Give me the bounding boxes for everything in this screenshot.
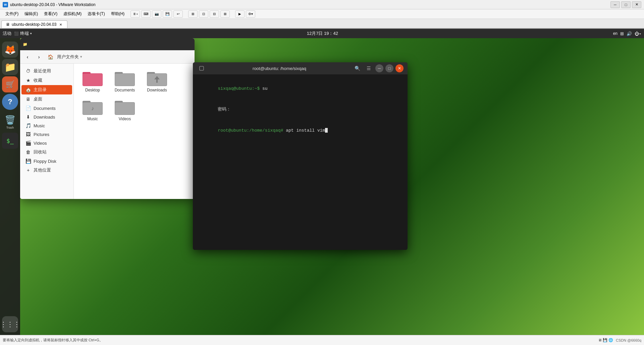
fm-sidebar-documents[interactable]: 📄 Documents [21,104,72,113]
fm-sidebar-music-label: Music [34,123,45,128]
file-manager-icon: 📁 [23,42,28,47]
fm-sidebar-other-locations[interactable]: + 其他位置 [21,165,72,175]
vmware-toolbar: ⏸▾ ⌨ 📷 💾 ↩ ⊞ ⊡ ⊟ ⊞ ▶ ⚙▾ [130,10,255,18]
datetime-display[interactable]: 12月7日 19：42 [307,31,338,36]
terminal-menu-arrow: ▾ [30,32,32,35]
vm-tab-active[interactable]: 🖥 ubuntu-desktop-20.04.03 ✕ [1,20,67,28]
other-locations-icon: + [25,167,31,173]
ubuntu-dock: 🦊 📁 🛒 ? 🗑️ Trash $_ ⋮⋮⋮ [0,38,20,335]
terminal-close-btn[interactable]: ✕ [395,64,404,72]
terminal-menu-icon: ⬛ [14,31,19,36]
svg-rect-16 [115,102,135,115]
vmware-icon: W [3,2,8,7]
terminal-search-btn[interactable]: 🔍 [353,64,362,73]
terminal-line-3: root@ubuntu:/home/sixqaq# apt install vi… [197,120,404,141]
vm-tab-label: ubuntu-desktop-20.04.03 [12,22,56,27]
vm-tabbar: 🖥 ubuntu-desktop-20.04.03 ✕ [0,19,644,29]
folder-desktop-name: Desktop [85,88,100,92]
fm-sidebar-music[interactable]: 🎵 Music [21,121,72,130]
fm-sidebar-favorites[interactable]: ★ 收藏 [21,76,72,85]
menu-file[interactable]: 文件(F) [3,10,21,18]
toolbar-enter-btn[interactable]: ▶ [235,10,245,18]
language-indicator[interactable]: en [613,31,618,36]
menu-view[interactable]: 查看(V) [41,10,60,18]
menu-tab[interactable]: 选项卡(T) [85,10,107,18]
toolbar-snapshot2-btn[interactable]: 💾 [163,10,172,18]
fm-folder-music[interactable]: ♪ Music [79,98,106,121]
svg-rect-2 [83,74,102,86]
ubuntu-activities-btn[interactable]: 活动 [3,30,11,37]
fm-folder-downloads[interactable]: Downloads [144,69,170,92]
vm-tab-icon: 🖥 [6,22,10,27]
terminal-line-2: 密码： [197,99,404,120]
vmware-titlebar: W ubuntu-desktop-20.04.03 - VMware Works… [0,0,644,9]
fm-sidebar-downloads-label: Downloads [34,115,55,120]
statusbar-brand: CSDN @6660q [616,338,641,342]
toolbar-view3-btn[interactable]: ⊟ [210,10,219,18]
panel-network-icon[interactable]: ⊞ [620,31,624,36]
terminal-maximize-btn[interactable]: □ [385,64,393,72]
fm-sidebar-pictures-label: Pictures [34,132,49,137]
toolbar-pause-btn[interactable]: ⏸▾ [130,10,140,18]
fm-folder-desktop[interactable]: Desktop [79,69,106,92]
vm-tab-close-btn[interactable]: ✕ [58,22,63,27]
panel-volume-icon[interactable]: 🔊 [627,31,632,36]
vmware-statusbar: 要将输入定向到虚拟机，请将鼠标指针移入其中或按 Ctrl+G。 🖥 💾 🌐 CS… [0,335,644,345]
home-icon: 🏠 [25,87,31,92]
dock-item-help[interactable]: ? [2,94,18,110]
terminal-prompt-1: sixqaq@ubuntu:~$ [218,86,262,91]
folder-documents-icon [114,69,136,86]
fm-path-display: 用户文件夹 ▾ [57,54,192,60]
fm-folder-documents[interactable]: Documents [111,69,138,92]
toolbar-fullscreen-btn[interactable]: ⊞ [188,10,198,18]
folder-desktop-icon [82,69,103,86]
fm-sidebar-favorites-label: 收藏 [34,77,42,83]
toolbar-snapshot-btn[interactable]: 📷 [152,10,161,18]
terminal-line-1: sixqaq@ubuntu:~$ su [197,78,404,99]
desktop-icon: 🖥 [25,96,31,102]
fm-sidebar-desktop[interactable]: 🖥 桌面 [21,94,72,104]
fm-sidebar-desktop-label: 桌面 [34,96,42,102]
toolbar-view2-btn[interactable]: ⊡ [199,10,208,18]
menu-vm[interactable]: 虚拟机(M) [61,10,84,18]
fm-sidebar-recent[interactable]: ⏱ 最近使用 [21,66,72,76]
terminal-minimize-btn[interactable]: ─ [375,64,383,72]
dock-item-software[interactable]: 🛒 [2,76,18,92]
panel-power-icon[interactable]: ⏻▾ [635,31,641,36]
fm-sidebar-floppy[interactable]: 💾 Floppy Disk [21,157,72,165]
vmware-maximize-btn[interactable]: □ [621,1,631,8]
fm-back-btn[interactable]: ‹ [23,52,32,62]
recent-icon: ⏱ [25,68,31,74]
toolbar-snapshot3-btn[interactable]: ↩ [173,10,183,18]
fm-folder-videos[interactable]: Videos [111,98,138,121]
menu-edit[interactable]: 编辑(E) [22,10,41,18]
fm-sidebar-trash[interactable]: 🗑 回收站 [21,147,72,157]
vmware-close-btn[interactable]: ✕ [632,1,641,8]
dock-item-terminal[interactable]: $_ [2,133,18,149]
fm-sidebar-videos[interactable]: 🎬 Videos [21,139,72,147]
toolbar-settings-btn[interactable]: ⚙▾ [246,10,255,18]
svg-rect-17 [200,66,204,70]
toolbar-send-ctrl-alt-del[interactable]: ⌨ [141,10,151,18]
fm-sidebar-home[interactable]: 🏠 主目录 [21,85,72,94]
terminal-body[interactable]: sixqaq@ubuntu:~$ su 密码： root@ubuntu:/hom… [193,74,408,250]
dock-item-firefox[interactable]: 🦊 [2,42,18,58]
menu-help[interactable]: 帮助(H) [108,10,127,18]
terminal-menu-text[interactable]: 终端 [20,30,29,37]
fm-sidebar-other-label: 其他位置 [34,167,51,173]
vmware-minimize-btn[interactable]: ─ [610,1,620,8]
fm-forward-btn[interactable]: › [34,52,44,62]
terminal-cmd-1: su [262,86,268,91]
fm-home-btn[interactable]: 🏠 [46,52,55,62]
dock-show-apps-btn[interactable]: ⋮⋮⋮ [2,316,18,332]
toolbar-view4-btn[interactable]: ⊞ [220,10,230,18]
downloads-icon: ⬇ [25,114,31,120]
terminal-controls: 🔍 ☰ ─ □ ✕ [353,64,404,73]
terminal-menu-btn[interactable]: ☰ [364,64,373,73]
fm-sidebar-pictures[interactable]: 🖼 Pictures [21,130,72,139]
svg-rect-5 [115,74,135,86]
dock-item-trash[interactable]: 🗑️ Trash [2,114,18,130]
dock-item-files[interactable]: 📁 [2,59,18,75]
pictures-icon: 🖼 [25,132,31,137]
fm-sidebar-downloads[interactable]: ⬇ Downloads [21,113,72,121]
